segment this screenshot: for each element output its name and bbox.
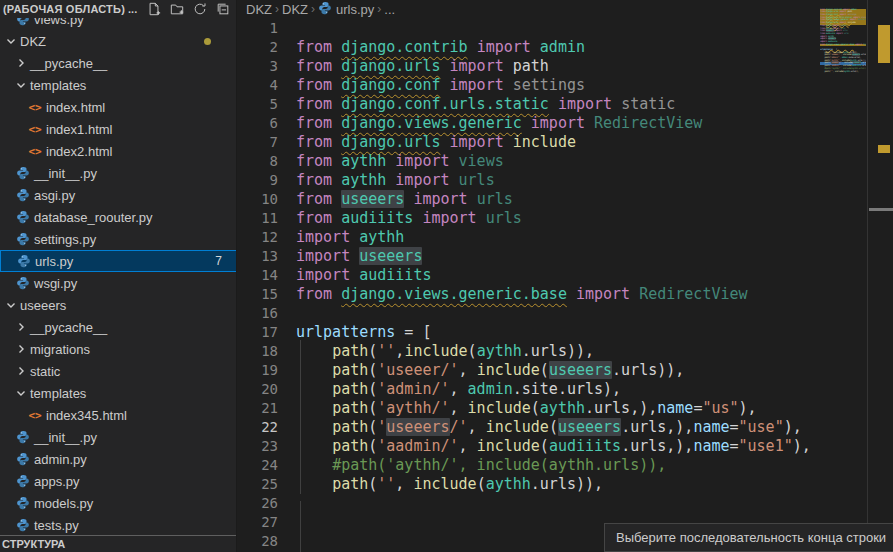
code-line[interactable]: 3from django.urls import path [238, 56, 893, 75]
code-line[interactable]: 25 path('', include(aythh.urls)), [238, 474, 893, 493]
tree-item-asgi-py[interactable]: asgi.py [0, 184, 237, 206]
tree-item-index2-html[interactable]: <>index2.html [0, 140, 237, 162]
line-number[interactable]: 3 [238, 58, 278, 74]
tree-item-useeers[interactable]: useeers [0, 294, 237, 316]
code-line-text: from django.views.generic import Redirec… [296, 114, 702, 132]
tree-item-dkz[interactable]: DKZ [0, 30, 237, 52]
code-line[interactable]: 17urlpatterns = [ [238, 322, 893, 341]
code-line[interactable]: 26 [238, 493, 893, 512]
line-number[interactable]: 18 [238, 343, 278, 359]
line-number[interactable]: 9 [238, 172, 278, 188]
line-number[interactable]: 22 [238, 419, 278, 435]
code-line[interactable]: 18 path('',include(aythh.urls)), [238, 341, 893, 360]
code-line[interactable]: 14import audiiits [238, 265, 893, 284]
code-line[interactable]: 21 path('aythh/', include(aythh.urls,),n… [238, 398, 893, 417]
problems-badge: 7 [215, 254, 222, 268]
line-number[interactable]: 11 [238, 210, 278, 226]
outline-section-header[interactable]: СТРУКТУРА [0, 535, 237, 552]
line-number[interactable]: 4 [238, 77, 278, 93]
line-number[interactable]: 13 [238, 248, 278, 264]
code-line-text: from aythh import urls [296, 171, 495, 189]
line-number[interactable]: 2 [238, 39, 278, 55]
code-line[interactable]: 1 [238, 18, 893, 37]
code-line[interactable]: 12import aythh [238, 227, 893, 246]
tree-item--pycache-[interactable]: __pycache__ [0, 52, 237, 74]
tree-item-index345-html[interactable]: <>index345.html [0, 404, 237, 426]
line-number[interactable]: 20 [238, 381, 278, 397]
breadcrumb-item[interactable]: DKZ [282, 2, 308, 17]
code-line[interactable]: 5from django.conf.urls.static import sta… [238, 94, 893, 113]
line-number[interactable]: 5 [238, 96, 278, 112]
line-number[interactable]: 10 [238, 191, 278, 207]
tree-item-apps-py[interactable]: apps.py [0, 470, 237, 492]
line-number[interactable]: 14 [238, 267, 278, 283]
line-number[interactable]: 27 [238, 514, 278, 530]
refresh-icon[interactable] [192, 1, 208, 17]
tree-item-static[interactable]: static [0, 360, 237, 382]
code-line-text: from django.conf import settings [296, 76, 585, 94]
code-line[interactable]: 13import useeers [238, 246, 893, 265]
line-number[interactable]: 15 [238, 286, 278, 302]
python-file-icon [14, 232, 32, 246]
workspace-section-header[interactable]: (РАБОЧАЯ ОБЛАСТЬ) ... [0, 0, 237, 18]
tree-item-migrations[interactable]: migrations [0, 338, 237, 360]
tree-item--pycache-[interactable]: __pycache__ [0, 316, 237, 338]
code-line[interactable]: 6from django.views.generic import Redire… [238, 113, 893, 132]
collapse-folders-icon[interactable] [215, 1, 231, 17]
tree-item-admin-py[interactable]: admin.py [0, 448, 237, 470]
line-number[interactable]: 23 [238, 438, 278, 454]
code-line[interactable]: 11from audiiits import urls [238, 208, 893, 227]
code-line[interactable]: 23 path('aadmin/', include(audiiits.urls… [238, 436, 893, 455]
tree-item-templates[interactable]: templates [0, 74, 237, 96]
code-line[interactable]: 2from django.contrib import admin [238, 37, 893, 56]
line-number[interactable]: 16 [238, 305, 278, 321]
tree-item-models-py[interactable]: models.py [0, 492, 237, 514]
line-number[interactable]: 24 [238, 457, 278, 473]
breadcrumb-item[interactable]: ... [384, 2, 395, 17]
code-area[interactable]: 12from django.contrib import admin3from … [238, 18, 893, 550]
code-line[interactable]: 16 [238, 303, 893, 322]
code-line[interactable]: 8from aythh import views [238, 151, 893, 170]
tree-item-templates[interactable]: templates [0, 382, 237, 404]
tree-item-label: settings.py [34, 232, 96, 247]
python-file-icon [14, 496, 32, 510]
code-line[interactable]: 22 path('useeers/', include(useeers.urls… [238, 417, 893, 436]
code-line-text: from django.urls import include [296, 133, 576, 151]
tree-item-wsgi-py[interactable]: wsgi.py [0, 272, 237, 294]
code-line[interactable]: 10from useeers import urls [238, 189, 893, 208]
tree-item-tests-py[interactable]: tests.py [0, 514, 237, 536]
code-line[interactable]: 9from aythh import urls [238, 170, 893, 189]
line-number[interactable]: 28 [238, 533, 278, 549]
minimap[interactable]: from django.contrib import adminfrom dja… [820, 6, 866, 92]
code-line[interactable]: 4from django.conf import settings [238, 75, 893, 94]
tree-item-index1-html[interactable]: <>index1.html [0, 118, 237, 140]
tree-item--init-py[interactable]: __init__.py [0, 162, 237, 184]
line-number[interactable]: 8 [238, 153, 278, 169]
tree-item-urls-py[interactable]: urls.py7 [0, 250, 237, 272]
line-number[interactable]: 19 [238, 362, 278, 378]
tree-item--init-py[interactable]: __init__.py [0, 426, 237, 448]
code-line[interactable]: 24 #path('aythh/', include(aythh.urls)), [238, 455, 893, 474]
line-number[interactable]: 6 [238, 115, 278, 131]
code-line[interactable]: 15from django.views.generic.base import … [238, 284, 893, 303]
code-line[interactable]: 19 path('useeer/', include(useeers.urls)… [238, 360, 893, 379]
tree-item-index-html[interactable]: <>index.html [0, 96, 237, 118]
breadcrumb-item[interactable]: urls.py [318, 1, 374, 18]
line-number[interactable]: 25 [238, 476, 278, 492]
code-line[interactable]: 7from django.urls import include [238, 132, 893, 151]
new-file-icon[interactable] [146, 1, 162, 17]
code-line[interactable]: 20 path('admin/', admin.site.urls), [238, 379, 893, 398]
line-number[interactable]: 1 [238, 20, 278, 36]
tree-item-database-roouter-py[interactable]: database_roouter.py [0, 206, 237, 228]
line-number[interactable]: 17 [238, 324, 278, 340]
line-number[interactable]: 12 [238, 229, 278, 245]
overview-ruler[interactable] [867, 0, 893, 552]
tree-item-settings-py[interactable]: settings.py [0, 228, 237, 250]
line-number[interactable]: 21 [238, 400, 278, 416]
new-folder-icon[interactable] [169, 1, 185, 17]
breadcrumb-item[interactable]: DKZ [246, 2, 272, 17]
line-number[interactable]: 26 [238, 495, 278, 511]
breadcrumb: DKZ›DKZ›urls.py›... [238, 0, 893, 18]
code-line-text: path('aadmin/', include(audiiits.urls,),… [296, 437, 811, 455]
line-number[interactable]: 7 [238, 134, 278, 150]
